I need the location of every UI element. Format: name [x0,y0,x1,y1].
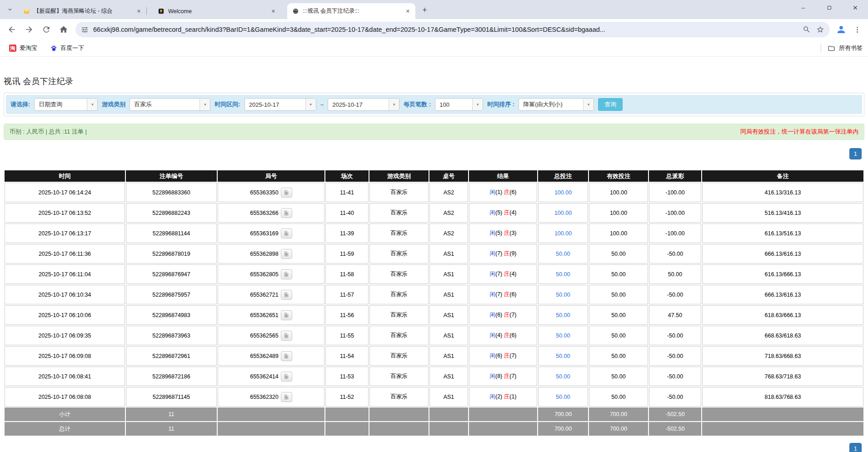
video-replay-button[interactable] [281,228,292,238]
result-player: 闲 [489,271,495,277]
tab-close-icon[interactable] [269,7,277,15]
minimize-button[interactable] [790,0,816,15]
session-cell: 11-53 [325,367,369,386]
total-bet-link[interactable]: 100.00 [554,210,572,216]
result-player: 闲 [489,332,495,338]
bookmark-aitaobao[interactable]: 淘 爱淘宝 [5,42,41,54]
chevron-down-icon[interactable]: ▼ [472,99,483,110]
round-cell: 655363350 [218,183,324,202]
video-replay-button[interactable] [281,351,292,361]
result-player: 闲 [489,250,495,257]
video-replay-button[interactable] [281,249,292,259]
result-banker-score: (6) [509,291,516,298]
back-button[interactable] [5,22,19,37]
back-arrow-icon [7,25,16,34]
payout-cell: -100.00 [649,203,701,223]
table-row: 2025-10-17 06:11:36522896878019655362898… [5,244,863,263]
remark-cell: 768.63/718.63 [702,367,863,386]
bookmark-baidu[interactable]: 百度一下 [46,42,88,54]
url-text[interactable]: 66cxkj98.com/game/betrecord_search/kind3… [93,26,803,33]
profile-avatar[interactable] [834,23,848,36]
summary-info-bar: 币别 : 人民币 | 总共 :11 注单 | 同局有效投注，统一计算在该局第一张… [4,124,864,140]
total-bet-link[interactable]: 50.00 [556,373,570,380]
total-bet-link[interactable]: 100.00 [554,189,572,196]
chevron-down-icon[interactable]: ▼ [389,99,399,110]
forward-button[interactable] [22,22,36,37]
chevron-down-icon[interactable]: ▼ [200,99,210,110]
total-bet-link[interactable]: 50.00 [556,394,570,400]
tab-welcome[interactable]: Welcome [153,3,281,19]
per-page-value: 100 [435,99,472,110]
game-type-dropdown[interactable]: 百家乐 ▼ [130,98,210,111]
total-bet-link[interactable]: 100.00 [554,230,572,237]
per-page-label: 每页笔数 : [404,100,431,109]
date-end-dropdown[interactable]: 2025-10-17 ▼ [328,98,399,111]
time-cell: 2025-10-17 06:11:36 [5,244,125,263]
person-icon [836,24,847,35]
total-bet-link[interactable]: 50.00 [556,251,570,257]
video-file-icon [283,333,289,339]
tab-close-icon[interactable] [135,7,143,15]
date-range-label: 时间区间: [215,100,240,109]
tab-close-icon[interactable] [404,7,412,15]
all-bookmarks-label: 所有书签 [839,44,863,52]
chevron-down-icon[interactable]: ▼ [583,99,594,110]
new-tab-button[interactable] [419,4,431,16]
per-page-dropdown[interactable]: 100 ▼ [435,98,483,111]
forum-favicon-icon [23,8,30,15]
forward-arrow-icon [25,25,34,34]
search-button[interactable]: 查询 [598,98,623,111]
remark-cell: 416.13/316.13 [702,183,863,202]
result-banker-score: (1) [509,393,516,400]
page-number-button[interactable]: 1 [849,443,862,452]
tab-betrecord-active[interactable]: :::视讯 会员下注纪录::: [287,3,415,19]
video-replay-button[interactable] [281,372,292,382]
footer-label-cell: 小计 [5,407,125,421]
video-replay-button[interactable] [281,392,292,402]
video-replay-button[interactable] [281,208,292,218]
remark-cell: 516.13/416.13 [702,203,863,223]
footer-empty-cell [469,422,537,436]
tab-forum[interactable]: 【新提醒】海燕策略论坛 - 综合 [18,3,146,19]
total-bet-link[interactable]: 50.00 [556,333,570,339]
bookmark-star-icon[interactable] [816,25,824,34]
video-replay-button[interactable] [281,269,292,279]
remark-cell: 666.13/616.13 [702,244,863,263]
tab-search-button[interactable] [4,3,16,16]
all-bookmarks-button[interactable]: 所有书签 [828,44,863,52]
result-banker-score: (7) [509,373,516,379]
site-settings-icon[interactable] [81,26,89,34]
result-banker: 庄 [504,353,510,359]
chevron-down-icon[interactable]: ▼ [305,99,316,110]
video-replay-button[interactable] [281,331,292,341]
result-player: 闲 [489,312,495,318]
chevron-down-icon [7,6,13,13]
date-start-dropdown[interactable]: 2025-10-17 ▼ [244,98,316,111]
page-content: 视讯 会员下注纪录 请选择: 日期查询 ▼ 游戏类别 百家乐 ▼ 时间区间: 2… [0,57,868,452]
total-bet-link[interactable]: 50.00 [556,292,570,298]
video-replay-button[interactable] [281,310,292,320]
footer-empty-cell [469,407,537,421]
select-mode-dropdown[interactable]: 日期查询 ▼ [34,98,98,111]
table-no-cell: AS1 [429,285,468,304]
reload-button[interactable] [39,22,54,37]
total-bet-link[interactable]: 50.00 [556,271,570,278]
total-bet-link[interactable]: 50.00 [556,353,570,359]
video-replay-button[interactable] [281,188,292,198]
tab-title: :::视讯 会员下注纪录::: [303,7,404,15]
zoom-icon[interactable] [803,25,811,34]
total-bet-cell: 100.00 [538,224,588,243]
page-number-button[interactable]: 1 [849,148,862,159]
result-player: 闲 [489,209,495,216]
sort-order-dropdown[interactable]: 降冪(由大到小) ▼ [519,98,594,111]
video-replay-button[interactable] [281,290,292,300]
total-bet-link[interactable]: 50.00 [556,312,570,318]
address-bar[interactable]: 66cxkj98.com/game/betrecord_search/kind3… [75,22,830,37]
result-banker-score: (3) [509,230,516,236]
maximize-button[interactable] [816,0,842,15]
close-window-button[interactable] [842,0,868,15]
video-file-icon [283,230,289,237]
browser-menu-button[interactable] [851,23,863,36]
chevron-down-icon[interactable]: ▼ [87,99,97,110]
home-button[interactable] [56,22,71,37]
